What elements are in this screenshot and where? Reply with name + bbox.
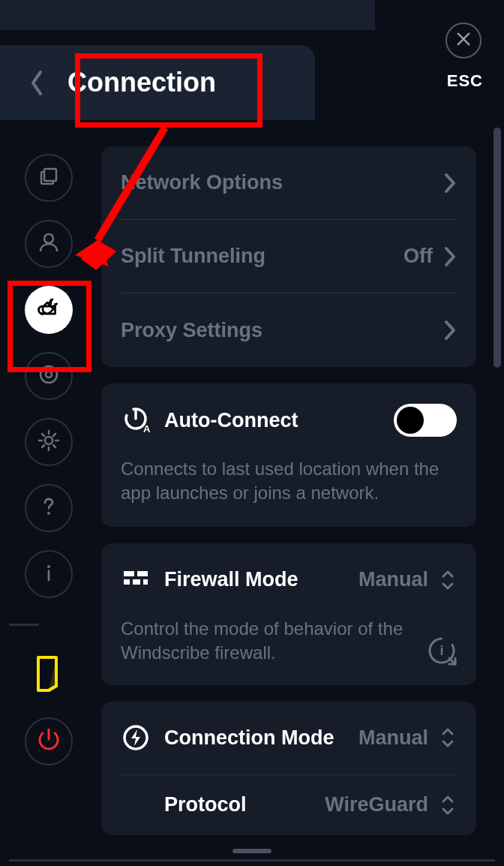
close-button[interactable] bbox=[446, 23, 482, 59]
proxy-settings-label: Proxy Settings bbox=[121, 319, 262, 342]
connection-mode-icon bbox=[121, 723, 151, 753]
row-split-tunneling[interactable]: Split Tunneling Off bbox=[121, 220, 457, 293]
auto-connect-icon: A bbox=[121, 405, 151, 435]
sidebar-item-connection[interactable] bbox=[25, 286, 73, 334]
sidebar-item-account[interactable] bbox=[25, 220, 73, 268]
gear-icon bbox=[37, 428, 61, 456]
svg-rect-12 bbox=[124, 579, 130, 585]
sidebar-item-about[interactable] bbox=[25, 550, 73, 598]
card-connection-mode: Connection Mode Manual Protocol WireGuar… bbox=[101, 702, 476, 835]
svg-rect-11 bbox=[137, 571, 148, 576]
svg-text:i: i bbox=[440, 643, 443, 658]
close-icon bbox=[455, 31, 472, 50]
chevron-right-icon bbox=[443, 173, 457, 194]
split-tunneling-value: Off bbox=[404, 245, 433, 268]
card-firewall-mode: Firewall Mode Manual Control the mode of… bbox=[101, 543, 476, 685]
card-network: Network Options Split Tunneling Off Prox… bbox=[101, 146, 476, 367]
firewall-info-link[interactable]: i bbox=[427, 636, 457, 666]
card-icon bbox=[34, 654, 64, 696]
svg-rect-1 bbox=[44, 169, 56, 181]
row-proxy-settings[interactable]: Proxy Settings bbox=[121, 293, 457, 367]
auto-connect-label: Auto-Connect bbox=[164, 409, 298, 432]
auto-connect-toggle[interactable] bbox=[394, 404, 457, 437]
firewall-mode-value: Manual bbox=[358, 568, 428, 591]
card-auto-connect: A Auto-Connect Connects to last used loc… bbox=[101, 383, 476, 527]
window-drag-handle[interactable] bbox=[232, 849, 272, 853]
network-options-label: Network Options bbox=[121, 171, 283, 194]
info-icon bbox=[37, 561, 61, 588]
row-firewall-mode[interactable]: Firewall Mode Manual bbox=[121, 543, 457, 617]
connection-mode-label: Connection Mode bbox=[164, 726, 334, 750]
firewall-icon bbox=[121, 565, 151, 595]
row-connection-mode[interactable]: Connection Mode Manual bbox=[121, 702, 457, 775]
updown-icon bbox=[439, 726, 457, 749]
chevron-right-icon bbox=[443, 246, 457, 267]
row-network-options[interactable]: Network Options bbox=[121, 146, 457, 220]
sidebar-item-help[interactable] bbox=[25, 484, 73, 532]
svg-rect-13 bbox=[133, 579, 140, 585]
layers-icon bbox=[37, 164, 61, 191]
sidebar-item-settings[interactable] bbox=[25, 418, 73, 466]
settings-panel: Network Options Split Tunneling Off Prox… bbox=[101, 146, 484, 844]
back-button[interactable] bbox=[30, 70, 45, 96]
updown-icon bbox=[439, 794, 457, 816]
question-icon bbox=[37, 495, 61, 522]
plug-icon bbox=[37, 296, 61, 323]
svg-point-5 bbox=[45, 437, 52, 444]
svg-rect-14 bbox=[143, 579, 148, 585]
protocol-value: WireGuard bbox=[325, 793, 428, 816]
sidebar-divider bbox=[9, 624, 39, 626]
bottom-border bbox=[9, 859, 495, 861]
scrollbar[interactable] bbox=[494, 128, 501, 368]
toggle-knob bbox=[397, 407, 424, 434]
svg-point-6 bbox=[47, 512, 50, 515]
person-icon bbox=[37, 230, 61, 257]
chevron-right-icon bbox=[443, 320, 457, 341]
firewall-mode-label: Firewall Mode bbox=[164, 568, 298, 591]
window-tab-bg bbox=[0, 0, 375, 30]
sidebar-item-quit[interactable] bbox=[25, 717, 73, 765]
esc-label: ESC bbox=[447, 71, 483, 91]
power-icon bbox=[36, 727, 62, 756]
svg-rect-10 bbox=[124, 571, 134, 576]
svg-point-2 bbox=[44, 234, 53, 243]
firewall-description: Control the mode of behavior of the Wind… bbox=[121, 617, 427, 666]
connection-mode-value: Manual bbox=[358, 726, 428, 750]
row-auto-connect: A Auto-Connect bbox=[121, 383, 457, 457]
target-icon bbox=[37, 362, 61, 389]
svg-point-7 bbox=[47, 565, 50, 568]
protocol-label: Protocol bbox=[164, 793, 247, 816]
page-title: Connection bbox=[68, 67, 216, 98]
split-tunneling-label: Split Tunneling bbox=[121, 245, 266, 268]
sidebar bbox=[22, 154, 75, 765]
auto-connect-description: Connects to last used location when the … bbox=[121, 457, 457, 527]
svg-text:A: A bbox=[143, 423, 151, 435]
svg-point-4 bbox=[46, 371, 52, 377]
updown-icon bbox=[439, 569, 457, 591]
row-protocol[interactable]: Protocol WireGuard bbox=[121, 775, 457, 835]
sidebar-item-general[interactable] bbox=[25, 154, 73, 202]
svg-point-3 bbox=[40, 366, 57, 383]
sidebar-item-robert[interactable] bbox=[25, 352, 73, 400]
sidebar-item-logout-card[interactable] bbox=[25, 651, 73, 699]
page-header: Connection bbox=[0, 45, 315, 120]
